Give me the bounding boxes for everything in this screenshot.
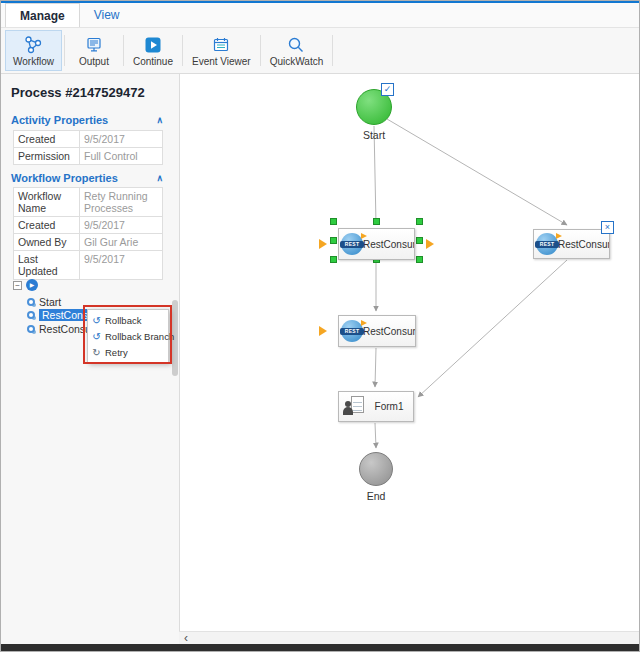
completed-check-badge: ✓ (381, 83, 394, 96)
tree-item-start[interactable]: Start (27, 295, 61, 308)
property-value: 9/5/2017 (80, 131, 163, 148)
rest-service-icon: REST (341, 320, 363, 342)
output-button-label: Output (79, 56, 109, 67)
rest-call-arrow-icon (361, 233, 367, 239)
quickwatch-button[interactable]: QuickWatch (263, 30, 331, 71)
context-menu: ↺ Rollback ↺ Rollback Branch ↻ Retry (87, 309, 169, 363)
quickwatch-button-label: QuickWatch (270, 56, 324, 67)
property-value: 9/5/2017 (80, 217, 163, 234)
tab-manage-label: Manage (20, 9, 65, 23)
workflow-canvas[interactable]: ✓ Start REST RestConsumer2 (179, 74, 639, 631)
person-icon (345, 401, 351, 407)
property-label: Workflow Name (14, 188, 80, 217)
process-title: Process #2147529472 (11, 85, 145, 100)
node-label-restconsumer1: RestConsumer1 (558, 239, 609, 250)
activity-icon (27, 311, 35, 319)
node-label-restconsumer3: RestConsumer3 (363, 326, 415, 337)
sidebar-bottom-strip (1, 631, 179, 644)
form-icon (343, 395, 365, 419)
node-end[interactable] (359, 452, 393, 486)
node-label-start: Start (346, 129, 402, 141)
rest-icon-label: REST (340, 328, 364, 335)
continue-button[interactable]: Continue (126, 30, 180, 71)
rest-service-icon: REST (341, 233, 363, 255)
property-label: Owned By (14, 234, 80, 251)
activity-icon (27, 298, 35, 306)
selection-handle[interactable] (416, 256, 423, 263)
quickwatch-magnifier-icon (286, 35, 306, 55)
person-icon (343, 407, 353, 415)
property-value: Rety Running Processes (80, 188, 163, 217)
tab-view[interactable]: View (80, 3, 134, 27)
toolbar-separator (332, 35, 333, 66)
node-restconsumer2[interactable]: REST RestConsumer2 (338, 228, 415, 260)
table-row: Created 9/5/2017 (14, 217, 163, 234)
workflow-icon (23, 35, 43, 55)
activity-properties-title: Activity Properties (11, 114, 108, 126)
property-value: Gil Gur Arie (80, 234, 163, 251)
ribbon-toolbar: Workflow Output Continue (1, 28, 639, 74)
property-label: Created (14, 217, 80, 234)
app-window: Manage View Workflow Output (0, 0, 640, 652)
rest-icon-label: REST (535, 241, 559, 248)
activity-icon (27, 325, 35, 333)
table-row: Owned By Gil Gur Arie (14, 234, 163, 251)
output-icon (84, 35, 104, 55)
menu-item-label: Rollback (105, 315, 141, 326)
rest-call-arrow-icon (361, 320, 367, 326)
selection-handle[interactable] (330, 218, 337, 225)
workflow-properties-table: Workflow Name Rety Running Processes Cre… (13, 187, 163, 280)
window-bottom-bar (1, 644, 639, 651)
chevron-up-icon: ∧ (156, 115, 163, 125)
event-viewer-button[interactable]: Event Viewer (185, 30, 258, 71)
input-connector-arrow (319, 239, 327, 249)
connector-lines (180, 74, 639, 631)
selection-handle[interactable] (416, 237, 423, 244)
node-restconsumer1[interactable]: REST RestConsumer1 (533, 229, 610, 259)
activity-properties-table: Created 9/5/2017 Permission Full Control (13, 130, 163, 165)
activity-properties-header[interactable]: Activity Properties ∧ (11, 114, 163, 126)
chevron-up-icon: ∧ (156, 173, 163, 183)
cancel-cross-badge[interactable]: × (601, 221, 614, 234)
selection-handle[interactable] (330, 237, 337, 244)
horizontal-scrollbar[interactable]: ‹ (179, 631, 639, 644)
node-label-form1: Form1 (365, 401, 413, 412)
node-label-end: End (348, 490, 404, 502)
menu-item-rollback-branch[interactable]: ↺ Rollback Branch (88, 328, 168, 344)
node-restconsumer3[interactable]: REST RestConsumer3 (338, 315, 416, 347)
table-row: Created 9/5/2017 (14, 131, 163, 148)
event-viewer-calendar-icon (211, 35, 231, 55)
continue-play-icon (143, 35, 163, 55)
rest-call-arrow-icon (556, 233, 562, 239)
input-connector-arrow (319, 326, 327, 336)
node-label-restconsumer2: RestConsumer2 (363, 239, 414, 250)
scroll-left-arrow-icon[interactable]: ‹ (179, 633, 193, 644)
rest-icon-label: REST (340, 241, 364, 248)
toolbar-separator (182, 35, 183, 66)
tab-manage[interactable]: Manage (5, 3, 80, 27)
event-viewer-button-label: Event Viewer (192, 56, 251, 67)
node-form1[interactable]: Form1 (338, 391, 414, 422)
selection-handle[interactable] (373, 218, 380, 225)
table-row: Permission Full Control (14, 148, 163, 165)
property-label: Permission (14, 148, 80, 165)
toolbar-separator (260, 35, 261, 66)
tree-root[interactable]: − ▶ (13, 279, 38, 291)
table-row: Last Updated 9/5/2017 (14, 251, 163, 280)
ribbon-tab-bar: Manage View (1, 3, 639, 28)
menu-item-label: Rollback Branch (105, 331, 174, 342)
workflow-button[interactable]: Workflow (5, 30, 62, 71)
tree-collapse-icon[interactable]: − (13, 281, 22, 290)
property-label: Created (14, 131, 80, 148)
menu-item-rollback[interactable]: ↺ Rollback (88, 312, 168, 328)
form-page-icon (351, 396, 364, 413)
menu-item-retry[interactable]: ↻ Retry (88, 344, 168, 360)
output-button[interactable]: Output (67, 30, 121, 71)
rollback-branch-icon: ↺ (91, 331, 102, 342)
property-value: Full Control (80, 148, 163, 165)
rollback-icon: ↺ (91, 315, 102, 326)
selection-handle[interactable] (416, 218, 423, 225)
selection-handle[interactable] (330, 256, 337, 263)
workflow-properties-header[interactable]: Workflow Properties ∧ (11, 172, 163, 184)
continue-button-label: Continue (133, 56, 173, 67)
